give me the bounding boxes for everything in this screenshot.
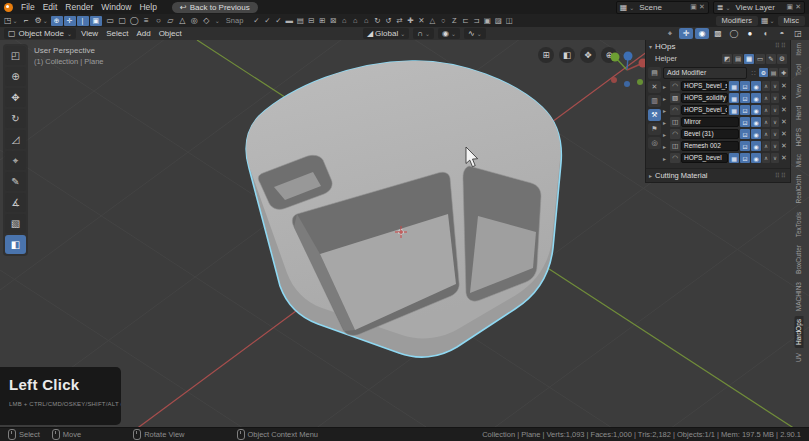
bc-op-icon[interactable]: ⊞ bbox=[317, 16, 327, 26]
gizmo-x-neg[interactable] bbox=[611, 77, 617, 83]
snapping-dropdown[interactable]: ∩ ⌄ bbox=[413, 28, 434, 39]
nav-button[interactable]: ✥ bbox=[580, 47, 596, 63]
gizmo-z-axis[interactable] bbox=[624, 52, 633, 61]
bc-op-icon[interactable]: ✓ bbox=[251, 16, 261, 26]
expand-icon[interactable]: ▸ bbox=[663, 95, 669, 102]
realtime-toggle[interactable]: ⊡ bbox=[740, 93, 750, 103]
bc-shape-button[interactable]: ▱ bbox=[165, 16, 176, 26]
move-up-button[interactable]: ∧ bbox=[762, 93, 770, 103]
helper-button[interactable]: ▦ bbox=[744, 54, 754, 64]
delete-modifier-button[interactable]: ✕ bbox=[780, 142, 788, 150]
bc-shape-button[interactable]: ◇ bbox=[201, 16, 212, 26]
bc-op-icon[interactable]: ▨ bbox=[493, 16, 503, 26]
sidebar-tab[interactable]: UV bbox=[795, 350, 804, 365]
realtime-toggle[interactable]: ⊡ bbox=[740, 105, 750, 115]
add-modifier-icon-button[interactable]: ✚ bbox=[779, 68, 788, 77]
bc-shape-button[interactable]: ◯ bbox=[129, 16, 140, 26]
gizmo-y-axis[interactable] bbox=[611, 53, 620, 62]
move-down-button[interactable]: ∨ bbox=[771, 93, 779, 103]
delete-modifier-button[interactable]: ✕ bbox=[780, 118, 788, 126]
bc-op-icon[interactable]: △ bbox=[427, 16, 437, 26]
move-down-button[interactable]: ∨ bbox=[771, 141, 779, 151]
move-down-button[interactable]: ∨ bbox=[771, 129, 779, 139]
bc-mode-button[interactable]: ⊕ bbox=[51, 16, 63, 26]
helper-tab-icon[interactable]: ▤ bbox=[648, 67, 661, 79]
menu-item[interactable]: Render bbox=[61, 0, 97, 14]
bc-op-icon[interactable]: ◫ bbox=[504, 16, 514, 26]
modifier-name-field[interactable]: HOPS_bevel_c bbox=[681, 105, 728, 115]
render-toggle[interactable]: ◉ bbox=[751, 117, 761, 127]
modifier-name-field[interactable]: HOPS_bevel bbox=[681, 153, 728, 163]
bc-shape-button[interactable]: ≡ bbox=[141, 16, 152, 26]
move-up-button[interactable]: ∧ bbox=[762, 141, 770, 151]
bc-op-icon[interactable]: ⊐ bbox=[471, 16, 481, 26]
expand-icon[interactable]: ▸ bbox=[663, 107, 669, 114]
realtime-toggle[interactable]: ⊡ bbox=[740, 153, 750, 163]
mode-selector[interactable]: ▢ Object Mode ⌄ bbox=[4, 28, 76, 39]
viewport-header-icon[interactable]: ◓ bbox=[775, 28, 789, 39]
sidebar-tab[interactable]: RealCloth bbox=[795, 172, 804, 207]
helper-tab-icon[interactable]: ✕ bbox=[648, 81, 661, 93]
menu-item[interactable]: File bbox=[17, 0, 39, 14]
sidebar-tab[interactable]: Item bbox=[795, 40, 804, 59]
boxcutter-logo-icon[interactable]: ⌐ bbox=[21, 16, 32, 26]
menu-item[interactable]: Help bbox=[135, 0, 160, 14]
tool-button[interactable]: ↻ bbox=[5, 109, 26, 128]
viewport-header-icon[interactable]: ● bbox=[743, 28, 757, 39]
sidebar-tab[interactable]: View bbox=[795, 81, 804, 101]
move-down-button[interactable]: ∨ bbox=[771, 105, 779, 115]
viewport-menu-item[interactable]: Add bbox=[132, 29, 154, 38]
bc-mode-button[interactable]: ❘ bbox=[77, 16, 89, 26]
sidebar-tab[interactable]: Tool bbox=[795, 61, 804, 79]
bc-op-icon[interactable]: ✓ bbox=[273, 16, 283, 26]
helper-tab-icon[interactable]: ▥ bbox=[648, 95, 661, 107]
falloff-dropdown[interactable]: ∿ ⌄ bbox=[464, 28, 486, 39]
bc-mode-button[interactable]: ▣ bbox=[90, 16, 102, 26]
bc-op-icon[interactable]: ⊟ bbox=[306, 16, 316, 26]
realtime-toggle[interactable]: ⊡ bbox=[740, 129, 750, 139]
proportional-edit-dropdown[interactable]: ◉ ⌄ bbox=[438, 28, 460, 39]
bc-op-icon[interactable]: ▬ bbox=[284, 16, 294, 26]
sidebar-tab[interactable]: HardOps bbox=[795, 316, 804, 348]
gizmo-z-neg[interactable] bbox=[624, 81, 630, 87]
scene-selector[interactable]: ▦ ⌄ Scene ▣ ✕ bbox=[616, 1, 709, 14]
realtime-toggle[interactable]: ⊡ bbox=[740, 117, 750, 127]
bc-op-icon[interactable]: ⌂ bbox=[350, 16, 360, 26]
viewport-header-icon[interactable]: ⌖ bbox=[663, 28, 677, 39]
bc-op-icon[interactable]: ▤ bbox=[295, 16, 305, 26]
viewport-menu-item[interactable]: Select bbox=[102, 29, 132, 38]
bc-op-icon[interactable]: ✓ bbox=[262, 16, 272, 26]
bc-op-icon[interactable]: Z bbox=[449, 16, 459, 26]
delete-modifier-button[interactable]: ✕ bbox=[780, 94, 788, 102]
move-down-button[interactable]: ∨ bbox=[771, 153, 779, 163]
helper-button[interactable]: ▭ bbox=[755, 54, 765, 64]
expand-icon[interactable]: ▸ bbox=[663, 119, 669, 126]
move-up-button[interactable]: ∧ bbox=[762, 153, 770, 163]
move-up-button[interactable]: ∧ bbox=[762, 129, 770, 139]
modifier-name-field[interactable]: HOPS_bevel_st bbox=[681, 81, 728, 91]
add-modifier-icon-button[interactable]: ⚙ bbox=[759, 68, 768, 77]
viewport-header-icon[interactable]: ◯ bbox=[727, 28, 741, 39]
tool-button[interactable]: ⌖ bbox=[5, 151, 26, 170]
bc-mode-button[interactable]: ✛ bbox=[64, 16, 76, 26]
render-toggle[interactable]: ◉ bbox=[751, 105, 761, 115]
viewport-header-icon[interactable]: ◲ bbox=[791, 28, 805, 39]
new-layer-icon[interactable]: ▣ bbox=[787, 3, 794, 11]
back-to-previous-button[interactable]: ↩ Back to Previous bbox=[172, 2, 258, 13]
delete-modifier-button[interactable]: ✕ bbox=[780, 106, 788, 114]
move-up-button[interactable]: ∧ bbox=[762, 105, 770, 115]
render-toggle[interactable]: ◉ bbox=[751, 81, 761, 91]
render-toggle[interactable]: ◉ bbox=[751, 141, 761, 151]
bc-op-icon[interactable]: ○ bbox=[438, 16, 448, 26]
tool-button[interactable]: ⊕ bbox=[5, 67, 26, 86]
delete-modifier-button[interactable]: ✕ bbox=[780, 82, 788, 90]
bc-op-icon[interactable]: ⌂ bbox=[361, 16, 371, 26]
bc-op-icon[interactable]: ✕ bbox=[416, 16, 426, 26]
helper-button[interactable]: ✎ bbox=[766, 54, 776, 64]
modifiers-button[interactable]: Modifiers bbox=[716, 16, 758, 26]
bc-op-icon[interactable]: ↻ bbox=[372, 16, 382, 26]
modifier-name-field[interactable]: Bevel (31) bbox=[681, 129, 739, 139]
panel-grip-icon[interactable]: ⠿⠿ bbox=[775, 172, 787, 180]
sidebar-tab[interactable]: Hard bbox=[795, 103, 804, 123]
hops-panel-header[interactable]: ▾ HOps ⠿⠿ bbox=[646, 39, 790, 52]
